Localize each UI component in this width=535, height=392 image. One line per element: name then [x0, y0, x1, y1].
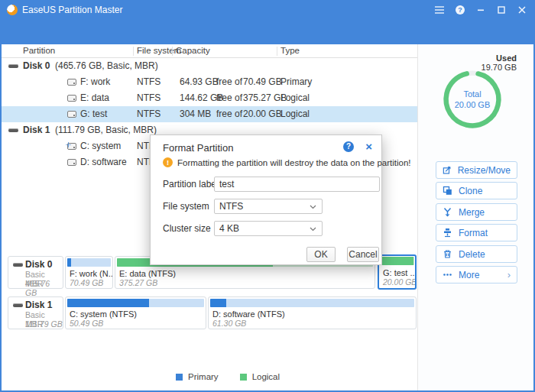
window-title: EaseUS Partition Master	[22, 0, 122, 20]
table-header: Partition File system Capacity Type	[2, 44, 417, 58]
format-icon	[443, 228, 452, 238]
donut-center-label: Total 20.00 GB	[439, 66, 505, 132]
legend-logical: Logical	[240, 372, 280, 381]
maximize-icon[interactable]	[496, 5, 507, 15]
warning-icon: !	[163, 157, 173, 167]
partition-label-label: Partition label	[163, 177, 219, 192]
map-cell-c-system[interactable]: C: system (NTFS) 50.49 GB	[65, 296, 206, 329]
map-cell-g-test-selected[interactable]: G: test ... 20.00 GB	[378, 254, 417, 290]
map-cell-f-work[interactable]: F: work (N.. 70.49 GB	[65, 256, 113, 289]
logical-color-swatch	[240, 374, 247, 381]
clone-action-button[interactable]: Clone	[436, 182, 517, 199]
dialog-warning: ! Formatting the partition will destroy …	[163, 157, 411, 167]
dialog-title: Format Partition	[163, 142, 233, 154]
partition-row-f-work[interactable]: F: work NTFS 64.93 GB free of 70.49 GB P…	[2, 74, 417, 90]
cluster-size-label: Cluster size	[163, 221, 211, 236]
hdd-icon	[13, 263, 23, 267]
drive-icon	[67, 79, 76, 86]
file-system-label: File system	[163, 199, 209, 214]
merge-button[interactable]: Merge	[436, 203, 517, 221]
legend: Primary Logical	[176, 372, 280, 381]
drive-icon	[67, 111, 76, 118]
drive-icon	[67, 95, 76, 102]
chevron-right-icon: ›	[507, 269, 511, 280]
col-capacity: Capacity	[176, 46, 210, 55]
resize-move-button[interactable]: Resize/Move	[436, 161, 517, 179]
cluster-size-select[interactable]: 4 KB	[214, 221, 323, 236]
trash-icon	[443, 249, 452, 259]
close-icon[interactable]	[517, 5, 527, 15]
merge-icon	[443, 207, 452, 217]
svg-text:?: ?	[458, 6, 462, 14]
partition-label-input[interactable]	[214, 177, 380, 192]
disk0-label: Disk 0 Basic MBR 465.76 GB	[8, 256, 63, 289]
clone-icon	[443, 186, 452, 196]
format-button[interactable]: Format	[436, 224, 517, 241]
resize-icon	[443, 165, 452, 175]
menu-icon[interactable]	[434, 5, 445, 15]
chevron-down-icon	[310, 227, 316, 232]
dialog-close-icon[interactable]: ×	[365, 140, 372, 154]
partition-row-g-test-selected[interactable]: G: test NTFS 304 MB free of 20.00 GB Log…	[2, 106, 417, 122]
disk0-row[interactable]: Disk 0 (465.76 GB, Basic, MBR)	[2, 58, 417, 74]
file-system-select[interactable]: NTFS	[214, 199, 323, 214]
more-dots-icon	[443, 270, 452, 280]
app-window: EaseUS Partition Master ?	[0, 0, 535, 392]
col-type: Type	[280, 46, 300, 55]
legend-primary: Primary	[176, 372, 219, 381]
primary-color-swatch	[176, 374, 183, 381]
drive-icon	[67, 159, 76, 166]
more-button[interactable]: More ›	[436, 266, 517, 283]
toolbar: ▶ No operations pending Migrate OS Clone…	[0, 20, 535, 44]
help-icon[interactable]: ?	[455, 5, 465, 15]
dialog-help-icon[interactable]: ?	[343, 141, 354, 152]
partition-row-e-data[interactable]: E: data NTFS 144.62 GB free of 375.27 GB…	[2, 90, 417, 106]
delete-button[interactable]: Delete	[436, 245, 517, 263]
disk1-label: Disk 1 Basic MBR 111.79 GB	[8, 296, 63, 329]
ok-button[interactable]: OK	[306, 247, 336, 262]
right-panel: Used 19.70 GB Total 20.00 GB Resize/Move…	[417, 44, 533, 390]
titlebar: EaseUS Partition Master ?	[0, 0, 535, 20]
cancel-button[interactable]: Cancel	[347, 247, 379, 262]
easeus-logo-icon	[7, 5, 18, 15]
col-partition: Partition	[23, 46, 55, 55]
col-file-system: File system	[137, 46, 181, 55]
hdd-icon	[8, 128, 18, 132]
chevron-down-icon	[310, 205, 316, 209]
hdd-icon	[13, 303, 23, 307]
minimize-icon[interactable]	[475, 5, 486, 15]
hdd-icon	[8, 64, 18, 68]
format-partition-dialog: Format Partition ? × ! Formatting the pa…	[150, 134, 382, 265]
map-cell-d-software[interactable]: D: software (NTFS) 61.30 GB	[208, 296, 417, 329]
